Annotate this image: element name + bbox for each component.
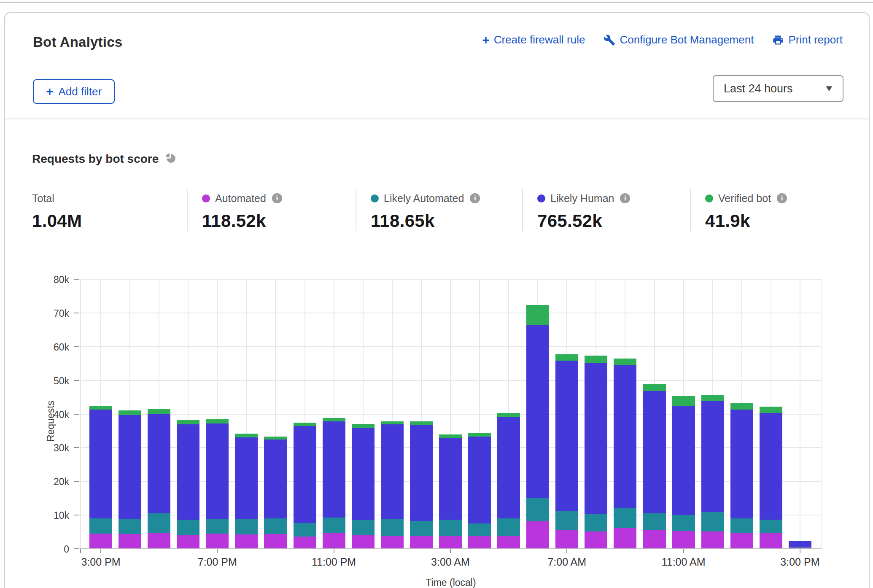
- y-tick-label: 0: [64, 544, 69, 555]
- add-filter-button[interactable]: + Add filter: [33, 79, 115, 104]
- y-tick-mark: [74, 313, 79, 313]
- bar-segment-likely-human: [526, 325, 549, 498]
- y-tick-mark: [74, 447, 79, 448]
- bar-segment-likely-human: [119, 415, 141, 519]
- bar-segment-automated: [235, 534, 258, 549]
- y-tick-label: 30k: [54, 442, 69, 454]
- gridline-horizontal: [80, 346, 822, 347]
- bar-segment-verified-bot: [730, 403, 753, 409]
- stacked-bar: [206, 419, 229, 549]
- bar-segment-likely-human: [294, 426, 316, 523]
- stat-col-likely-human: Likely Humani765.52k: [522, 189, 690, 231]
- x-tick-label: 7:00 AM: [547, 556, 586, 568]
- bar-segment-verified-bot: [410, 421, 433, 425]
- stat-label: Automated: [215, 192, 266, 205]
- bar-segment-verified-bot: [206, 419, 229, 423]
- y-tick-mark: [74, 515, 79, 515]
- print-report-link[interactable]: Print report: [772, 33, 843, 46]
- requests-by-bot-score-chart: Requests Time (local) 010k20k30k40k50k60…: [0, 270, 873, 588]
- info-icon[interactable]: i: [620, 193, 630, 203]
- x-tick-label: 11:00 PM: [312, 556, 356, 568]
- bar-segment-likely-automated: [643, 513, 666, 530]
- x-tick-label: 3:00 PM: [780, 556, 819, 568]
- x-tick-mark: [100, 549, 101, 553]
- y-tick-mark: [74, 548, 79, 549]
- bar-segment-likely-automated: [439, 520, 462, 536]
- gridline-horizontal: [80, 313, 822, 313]
- bar-segment-verified-bot: [701, 395, 724, 401]
- bar-segment-automated: [526, 521, 549, 549]
- bar-segment-likely-automated: [672, 515, 695, 531]
- bar-segment-automated: [497, 536, 520, 549]
- wrench-icon: [604, 34, 615, 46]
- bar-segment-likely-human: [381, 424, 404, 519]
- bar-segment-likely-automated: [352, 520, 375, 534]
- bar-segment-automated: [177, 535, 199, 549]
- x-tick-mark: [80, 549, 81, 553]
- bar-segment-automated: [206, 534, 229, 549]
- stacked-bar: [119, 410, 141, 549]
- bar-segment-automated: [323, 533, 345, 549]
- plot-area: 010k20k30k40k50k60k70k80k3:00 PM7:00 PM1…: [80, 280, 822, 549]
- bar-segment-likely-human: [701, 401, 724, 512]
- plus-icon: +: [482, 34, 490, 46]
- bar-segment-automated: [672, 531, 695, 549]
- bar-segment-likely-human: [760, 413, 782, 520]
- x-tick-mark: [217, 549, 218, 553]
- y-tick-mark: [74, 346, 79, 347]
- bar-segment-likely-automated: [760, 520, 782, 533]
- legend-dot-likely-automated: [371, 194, 379, 202]
- bar-segment-likely-automated: [294, 523, 316, 537]
- y-tick-label: 80k: [54, 274, 69, 286]
- bar-segment-automated: [148, 533, 170, 549]
- card-header: Bot Analytics + Create firewall rule Con…: [5, 13, 869, 119]
- y-tick-label: 20k: [54, 476, 69, 488]
- stacked-bar: [526, 305, 549, 549]
- bar-segment-verified-bot: [526, 305, 549, 325]
- bar-segment-automated: [555, 530, 578, 549]
- configure-bot-management-link[interactable]: Configure Bot Management: [604, 33, 754, 46]
- stacked-bar: [352, 424, 375, 549]
- bar-segment-automated: [410, 536, 433, 549]
- stat-label: Total: [32, 192, 54, 205]
- bar-segment-likely-human: [89, 410, 112, 518]
- info-icon[interactable]: i: [272, 193, 282, 203]
- y-tick-mark: [74, 380, 79, 381]
- stacked-bar: [497, 413, 520, 549]
- time-range-value: Last 24 hours: [724, 82, 793, 95]
- stacked-bar: [89, 406, 112, 549]
- info-icon[interactable]: i: [470, 193, 480, 203]
- y-tick-mark: [74, 414, 79, 415]
- bar-segment-likely-automated: [235, 519, 258, 534]
- stacked-bar: [235, 434, 258, 549]
- bar-segment-automated: [585, 531, 607, 549]
- bar-segment-likely-automated: [148, 513, 170, 533]
- bar-segment-likely-human: [235, 437, 258, 519]
- x-tick-mark: [334, 549, 334, 553]
- stacked-bar: [410, 421, 433, 549]
- stat-value: 41.9k: [705, 211, 848, 231]
- y-tick-label: 60k: [54, 341, 69, 353]
- bar-segment-verified-bot: [148, 409, 170, 414]
- bar-segment-verified-bot: [672, 396, 695, 406]
- bar-segment-likely-automated: [264, 518, 287, 534]
- create-firewall-rule-link[interactable]: + Create firewall rule: [482, 33, 585, 46]
- bar-segment-likely-automated: [381, 519, 404, 536]
- bar-segment-likely-human: [206, 423, 229, 519]
- bar-segment-likely-human: [468, 437, 491, 523]
- window-top-border: [0, 2, 873, 3]
- x-tick-label: 3:00 PM: [81, 556, 120, 568]
- bar-segment-likely-human: [497, 417, 520, 518]
- y-tick-mark: [74, 481, 79, 482]
- bar-segment-likely-automated: [323, 518, 345, 533]
- y-tick-label: 10k: [54, 510, 69, 521]
- bar-segment-likely-automated: [701, 512, 724, 531]
- legend-dot-automated: [202, 194, 210, 202]
- stat-label: Verified bot: [718, 192, 771, 205]
- legend-dot-verified-bot: [705, 194, 713, 202]
- time-range-select[interactable]: Last 24 hours ▼: [713, 75, 843, 102]
- info-icon[interactable]: i: [777, 193, 787, 203]
- bar-segment-verified-bot: [264, 437, 287, 440]
- configure-bot-management-label: Configure Bot Management: [620, 33, 754, 46]
- bar-segment-likely-automated: [526, 498, 549, 521]
